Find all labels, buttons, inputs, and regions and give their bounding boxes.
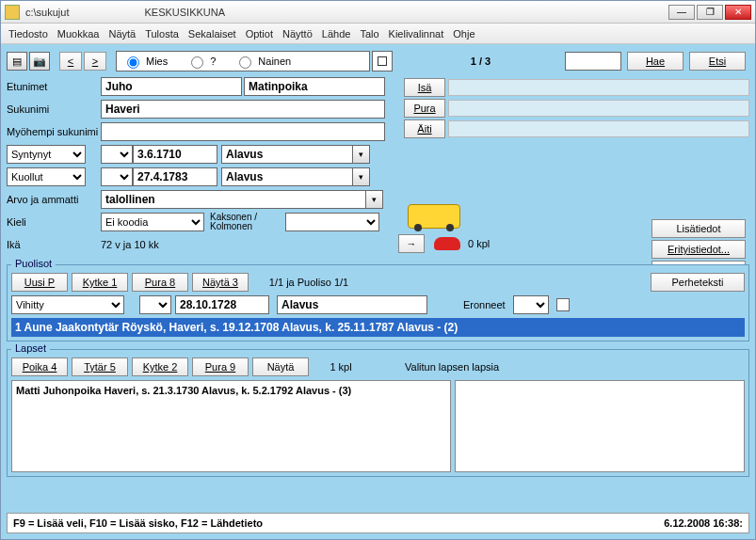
kieli-select[interactable]: Ei koodia (101, 213, 204, 231)
main-window: c:\sukujut KESKUSIKKUNA — ❐ ✕ Tiedosto M… (0, 0, 756, 540)
kuol-prefix-select[interactable] (101, 167, 133, 186)
isa-tab[interactable]: Isä (404, 78, 445, 97)
poika-button[interactable]: Poika 4 (11, 357, 68, 376)
aiti-tab[interactable]: Äiti (404, 119, 445, 138)
title-appname: KESKUSIKKUNA (144, 7, 225, 18)
isa-slot (448, 79, 749, 96)
menu-tulosta[interactable]: Tulosta (145, 28, 179, 40)
lapsi-list[interactable]: Matti Juhonpoika Haveri, s. 21.3.1730 Al… (11, 380, 451, 472)
menu-muokkaa[interactable]: Muokkaa (57, 28, 100, 40)
synt-pvm-field[interactable] (133, 145, 217, 164)
menu-talo[interactable]: Talo (360, 28, 378, 40)
kpl-count: 0 kpl (468, 238, 490, 249)
menu-tiedosto[interactable]: Tiedosto (8, 28, 48, 40)
vihitty-select[interactable]: Vihitty (11, 295, 124, 314)
lapset-legend: Lapset (11, 342, 50, 354)
uusi-p-button[interactable]: Uusi P (11, 273, 68, 292)
camera-icon-button[interactable]: 📷 (29, 52, 50, 71)
square-toggle[interactable] (372, 51, 393, 71)
ammatti-field[interactable] (101, 190, 366, 209)
doc-icon-button[interactable]: ▤ (7, 52, 27, 71)
tytar-button[interactable]: Tytär 5 (72, 357, 128, 376)
label-kieli: Kieli (7, 216, 101, 228)
etunimi-field[interactable] (101, 77, 242, 96)
app-icon (5, 5, 20, 20)
menu-naytto[interactable]: Näyttö (282, 28, 313, 40)
minimize-button[interactable]: — (668, 5, 695, 20)
eronneet-select[interactable] (513, 295, 549, 314)
search-id-field[interactable] (565, 52, 621, 71)
radio-nainen[interactable]: Nainen (234, 54, 291, 69)
phone-icon (434, 237, 460, 250)
kuol-pvm-field[interactable] (133, 167, 217, 186)
radio-unknown[interactable]: ? (186, 54, 216, 69)
ammatti-drop[interactable]: ▾ (366, 190, 383, 209)
lapset-group: Lapset Poika 4 Tytär 5 Kytke 2 Pura 9 Nä… (7, 349, 749, 477)
patronyymi-field[interactable] (244, 77, 385, 96)
label-kaksonen: Kaksonen / Kolmonen (210, 213, 285, 231)
kytke-2-button[interactable]: Kytke 2 (132, 357, 188, 376)
label-eronneet: Eronneet (463, 299, 506, 310)
page-counter: 1 / 3 (402, 56, 559, 67)
kuol-paikka-drop[interactable]: ▾ (353, 167, 370, 186)
puolisot-group: Puolisot Uusi P Kytke 1 Pura 8 Näytä 3 1… (7, 264, 749, 341)
arrow-right-button[interactable]: → (398, 234, 425, 253)
statusbar: F9 = Lisää veli, F10 = Lisää sisko, F12 … (7, 513, 749, 533)
close-button[interactable]: ✕ (725, 5, 751, 20)
menu-nayta[interactable]: Näytä (108, 28, 136, 40)
label-myohempi: Myöhempi sukunimi (7, 126, 101, 137)
kytke-1-button[interactable]: Kytke 1 (72, 273, 128, 292)
prev-button[interactable]: < (59, 52, 82, 71)
nayta-lapsi-button[interactable]: Näytä (252, 357, 309, 376)
lisatiedot-button[interactable]: Lisätiedot (651, 219, 746, 238)
kuol-paikka-field[interactable] (221, 167, 353, 186)
person-panel: ▤ 📷 < > Mies ? Nainen Etunimet (7, 50, 393, 257)
label-arvo: Arvo ja ammatti (7, 194, 101, 205)
title-path: c:\sukujut (25, 7, 69, 18)
hae-button[interactable]: Hae (627, 52, 684, 71)
bus-icon (408, 204, 460, 229)
vih-prefix-select[interactable] (139, 295, 171, 314)
radio-mies[interactable]: Mies (122, 54, 168, 69)
gender-radiogroup: Mies ? Nainen (116, 51, 370, 71)
vih-pvm-field[interactable] (175, 295, 269, 314)
perheteksti-button[interactable]: Perheteksti (651, 273, 745, 292)
lapsenlapset-list[interactable] (455, 380, 745, 472)
kaksonen-select[interactable] (285, 213, 379, 231)
kuollut-select[interactable]: Kuollut (7, 167, 86, 186)
puolisot-legend: Puolisot (11, 258, 56, 269)
menu-optiot[interactable]: Optiot (246, 28, 273, 40)
titlebar: c:\sukujut KESKUSIKKUNA — ❐ ✕ (1, 1, 755, 24)
menu-kielivalinnat[interactable]: Kielivalinnat (389, 28, 444, 40)
myohempi-field[interactable] (101, 122, 385, 141)
synt-paikka-field[interactable] (221, 145, 353, 164)
synt-paikka-drop[interactable]: ▾ (353, 145, 370, 164)
status-right: 6.12.2008 16:38: (664, 517, 743, 529)
menu-sekalaiset[interactable]: Sekalaiset (188, 28, 236, 40)
puoliso-status: 1/1 ja Puoliso 1/1 (252, 277, 365, 288)
syntynyt-select[interactable]: Syntynyt (7, 145, 86, 164)
maximize-button[interactable]: ❐ (697, 5, 723, 20)
erityistiedot-button[interactable]: Erityistiedot... (651, 240, 746, 259)
label-etunimet: Etunimet (7, 81, 101, 92)
pura-tab[interactable]: Pura (404, 99, 445, 118)
label-sukunimi: Sukunimi (7, 103, 101, 115)
menu-lahde[interactable]: Lähde (322, 28, 351, 40)
content: ▤ 📷 < > Mies ? Nainen Etunimet (1, 44, 755, 511)
nayta-3-button[interactable]: Näytä 3 (192, 273, 249, 292)
puoliso-list-item[interactable]: 1 Aune Jaakontytär Röyskö, Haveri, s. 19… (11, 318, 745, 337)
etsi-button[interactable]: Etsi (689, 52, 746, 71)
vih-paikka-field[interactable] (277, 295, 427, 314)
pura-8-button[interactable]: Pura 8 (132, 273, 188, 292)
relations-panel: 1 / 3 Hae Etsi Isä Pura Ä (398, 50, 749, 257)
label-ika: Ikä (7, 239, 101, 250)
pura-9-button[interactable]: Pura 9 (192, 357, 249, 376)
sukunimi-field[interactable] (101, 100, 385, 119)
synt-prefix-select[interactable] (101, 145, 133, 164)
aiti-slot (448, 120, 749, 137)
next-button[interactable]: > (84, 52, 106, 71)
label-valitun: Valitun lapsen lapsia (405, 361, 499, 373)
menu-ohje[interactable]: Ohje (453, 28, 475, 40)
status-left: F9 = Lisää veli, F10 = Lisää sisko, F12 … (13, 517, 263, 529)
eronneet-check[interactable] (556, 298, 570, 311)
